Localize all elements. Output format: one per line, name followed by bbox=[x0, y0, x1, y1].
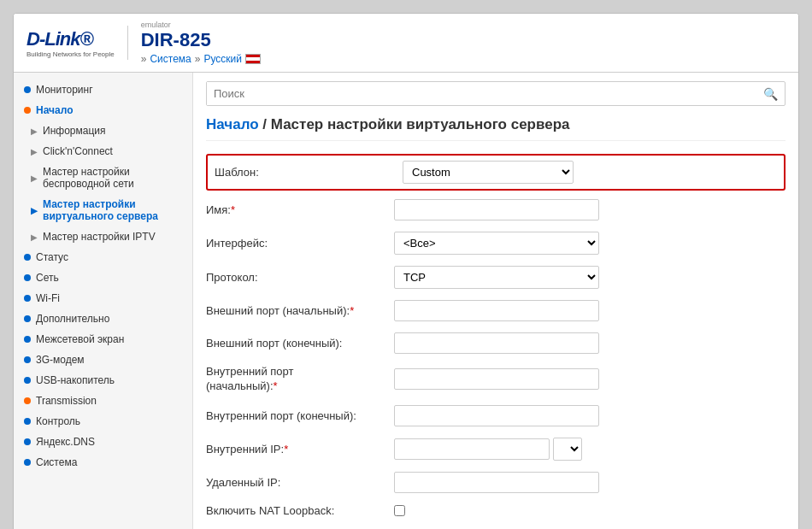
nat-loopback-checkbox[interactable] bbox=[394, 505, 405, 516]
dlink-logo: D-Link® bbox=[26, 28, 93, 50]
interface-label: Интерфейс: bbox=[206, 237, 394, 250]
internal-ip-group bbox=[394, 438, 582, 461]
ext-port-end-row: Внешний порт (конечный): bbox=[206, 329, 786, 357]
system-link[interactable]: Система bbox=[150, 53, 191, 65]
nat-loopback-row: Включить NAT Loopback: bbox=[206, 501, 786, 520]
internal-ip-label: Внутренний IP:* bbox=[206, 443, 394, 456]
nat-loopback-label: Включить NAT Loopback: bbox=[206, 504, 394, 517]
model-area: emulator DIR-825 » Система » Русский bbox=[141, 21, 261, 65]
name-row: Имя:* bbox=[206, 196, 786, 224]
bullet-icon bbox=[24, 336, 31, 343]
bullet-icon bbox=[24, 438, 31, 445]
sidebar-item-start[interactable]: Начало bbox=[14, 100, 192, 120]
ru-flag-icon bbox=[245, 54, 261, 64]
internal-ip-dropdown[interactable] bbox=[553, 438, 582, 461]
sidebar-item-yandex-dns[interactable]: Яндекс.DNS bbox=[14, 432, 192, 452]
sidebar-item-firewall[interactable]: Межсетевой экран bbox=[14, 329, 192, 350]
internal-ip-row: Внутренний IP:* bbox=[206, 434, 786, 464]
sidebar-item-info[interactable]: ▶ Информация bbox=[14, 120, 192, 141]
sidebar: Мониторинг Начало ▶ Информация ▶ Click'n… bbox=[14, 73, 193, 529]
sidebar-item-label: Мастер настройки беспроводной сети bbox=[43, 166, 182, 190]
sidebar-item-label: Межсетевой экран bbox=[36, 333, 124, 345]
internal-ip-input[interactable] bbox=[394, 438, 550, 460]
logo-area: D-Link® Building Networks for People bbox=[26, 28, 115, 58]
sidebar-item-virtual-server[interactable]: ▶ Мастер настройки виртуального сервера bbox=[14, 194, 192, 226]
sidebar-item-iptv[interactable]: ▶ Мастер настройки IPTV bbox=[14, 226, 192, 247]
logo-tagline: Building Networks for People bbox=[26, 50, 115, 58]
remote-ip-label: Удаленный IP: bbox=[206, 476, 394, 489]
name-input[interactable] bbox=[394, 199, 599, 220]
sidebar-item-label: Мастер настройки IPTV bbox=[43, 231, 156, 243]
emulator-label: emulator bbox=[141, 21, 261, 29]
bullet-icon bbox=[24, 377, 31, 384]
sidebar-item-label: Мониторинг bbox=[36, 84, 93, 96]
header-breadcrumb: » Система » Русский bbox=[141, 53, 261, 65]
sidebar-item-clicknconnect[interactable]: ▶ Click'n'Connect bbox=[14, 141, 192, 162]
sidebar-item-transmission[interactable]: Transmission bbox=[14, 391, 192, 411]
interface-row: Интерфейс: <Все> bbox=[206, 228, 786, 258]
title-separator: / bbox=[262, 116, 270, 132]
protocol-row: Протокол: TCP bbox=[206, 262, 786, 292]
bullet-icon bbox=[24, 459, 31, 466]
breadcrumb-start-link[interactable]: Начало bbox=[206, 116, 259, 132]
content-area: 🔍 Начало / Мастер настройки виртуального… bbox=[193, 73, 798, 529]
sidebar-item-label: Статус bbox=[36, 251, 68, 263]
int-port-end-label: Внутренний порт (конечный): bbox=[206, 409, 394, 422]
bullet-icon bbox=[24, 295, 31, 302]
bullet-icon bbox=[24, 274, 31, 281]
sidebar-item-label: 3G-модем bbox=[36, 354, 85, 366]
protocol-label: Протокол: bbox=[206, 271, 394, 284]
sidebar-item-advanced[interactable]: Дополнительно bbox=[14, 309, 192, 329]
int-port-start-row: Внутренний порт(начальный):* bbox=[206, 361, 786, 397]
arrow-icon: ▶ bbox=[31, 232, 38, 242]
sidebar-item-label: Click'n'Connect bbox=[43, 145, 113, 157]
sidebar-item-label: Сеть bbox=[36, 272, 59, 284]
breadcrumb-arrow2: » bbox=[195, 53, 201, 65]
sidebar-item-label: Контроль bbox=[36, 415, 80, 427]
sidebar-item-monitoring[interactable]: Мониторинг bbox=[14, 79, 192, 100]
sidebar-item-label: Transmission bbox=[36, 395, 97, 407]
sidebar-item-system[interactable]: Система bbox=[14, 452, 192, 473]
header-divider bbox=[127, 26, 128, 60]
protocol-select[interactable]: TCP bbox=[394, 266, 599, 289]
sidebar-item-wifi-wizard[interactable]: ▶ Мастер настройки беспроводной сети bbox=[14, 162, 192, 194]
breadcrumb-arrow: » bbox=[141, 53, 147, 65]
interface-select[interactable]: <Все> bbox=[394, 232, 599, 255]
arrow-icon: ▶ bbox=[31, 206, 38, 215]
search-button[interactable]: 🔍 bbox=[756, 83, 785, 105]
ext-port-end-input[interactable] bbox=[394, 332, 599, 354]
name-label: Имя:* bbox=[206, 203, 394, 216]
model-name: DIR-825 bbox=[141, 29, 261, 51]
sidebar-item-3g[interactable]: 3G-модем bbox=[14, 350, 192, 370]
search-bar: 🔍 bbox=[206, 81, 786, 106]
int-port-start-input[interactable] bbox=[394, 368, 599, 390]
sidebar-item-network[interactable]: Сеть bbox=[14, 267, 192, 288]
sidebar-item-usb[interactable]: USB-накопитель bbox=[14, 370, 192, 391]
bullet-icon bbox=[24, 418, 31, 425]
ext-port-start-input[interactable] bbox=[394, 300, 599, 321]
template-select[interactable]: Custom bbox=[403, 161, 574, 184]
page-title-text: Мастер настройки виртуального сервера bbox=[271, 116, 570, 132]
remote-ip-input[interactable] bbox=[394, 472, 599, 493]
sidebar-item-wifi[interactable]: Wi-Fi bbox=[14, 288, 192, 309]
int-port-end-input[interactable] bbox=[394, 405, 599, 426]
bullet-icon bbox=[24, 315, 31, 322]
arrow-icon: ▶ bbox=[31, 126, 38, 136]
sidebar-item-label: Информация bbox=[43, 125, 105, 137]
bullet-icon bbox=[24, 86, 31, 93]
arrow-icon: ▶ bbox=[31, 173, 38, 183]
arrow-icon: ▶ bbox=[31, 147, 38, 156]
sidebar-item-status[interactable]: Статус bbox=[14, 247, 192, 267]
page-title: Начало / Мастер настройки виртуального с… bbox=[206, 116, 786, 141]
sidebar-item-control[interactable]: Контроль bbox=[14, 411, 192, 432]
int-port-start-label: Внутренний порт(начальный):* bbox=[206, 365, 394, 394]
bullet-icon bbox=[24, 254, 31, 261]
bullet-icon bbox=[24, 397, 31, 404]
bullet-icon bbox=[24, 107, 31, 114]
template-row: Шаблон: Custom bbox=[206, 154, 786, 191]
lang-link[interactable]: Русский bbox=[203, 53, 242, 65]
sidebar-item-label: Система bbox=[36, 456, 77, 468]
search-input[interactable] bbox=[207, 82, 756, 105]
main-layout: Мониторинг Начало ▶ Информация ▶ Click'n… bbox=[14, 73, 798, 529]
int-port-end-row: Внутренний порт (конечный): bbox=[206, 402, 786, 430]
